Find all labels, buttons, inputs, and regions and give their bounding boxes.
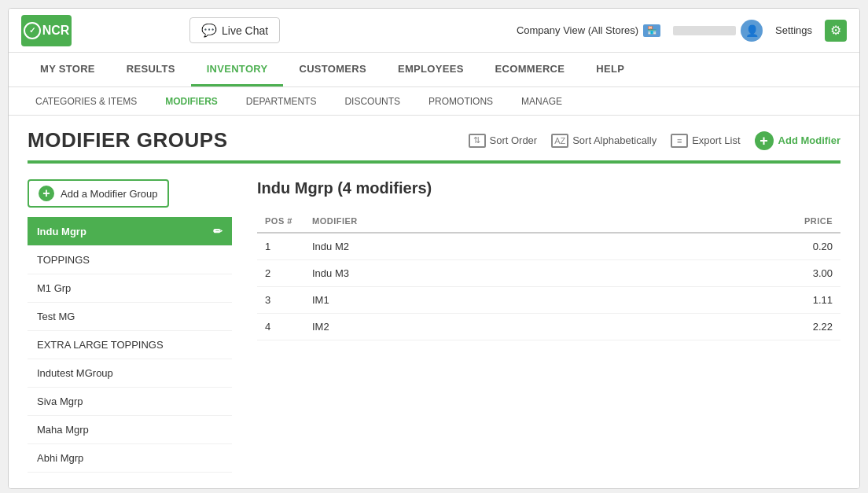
sub-nav: CATEGORIES & ITEMS MODIFIERS DEPARTMENTS… <box>9 87 859 116</box>
content-area: + Add a Modifier Group Indu Mgrp ✏ TOPPI… <box>9 164 859 488</box>
company-view[interactable]: Company View (All Stores) 🏪 <box>517 24 660 37</box>
sidebar-item-label: Indu Mgrp <box>37 226 86 237</box>
cell-modifier: IM2 <box>304 314 778 340</box>
cell-price: 3.00 <box>778 260 840 287</box>
sidebar-item-indu-mgrp[interactable]: Indu Mgrp ✏ <box>28 217 232 246</box>
subnav-modifiers[interactable]: MODIFIERS <box>154 90 229 113</box>
table-row[interactable]: 1 Indu M2 0.20 <box>257 233 840 260</box>
company-view-label: Company View (All Stores) <box>517 24 638 36</box>
nav-inventory[interactable]: INVENTORY <box>191 53 284 86</box>
export-list-button[interactable]: ≡ Export List <box>671 134 740 148</box>
add-modifier-group-button[interactable]: + Add a Modifier Group <box>28 179 169 208</box>
cell-pos: 3 <box>257 287 304 314</box>
ncr-logo: ✓ NCR <box>21 15 72 46</box>
sidebar: + Add a Modifier Group Indu Mgrp ✏ TOPPI… <box>28 179 232 473</box>
subnav-manage[interactable]: MANAGE <box>510 90 573 113</box>
cell-price: 2.22 <box>778 314 840 340</box>
cell-modifier: IM1 <box>304 287 778 314</box>
sidebar-item-label: Indutest MGroup <box>37 367 113 379</box>
modifier-group-list: Indu Mgrp ✏ TOPPINGS M1 Grp Test MG EXTR… <box>28 217 232 473</box>
subnav-departments[interactable]: DEPARTMENTS <box>235 90 328 113</box>
table-row[interactable]: 4 IM2 2.22 <box>257 314 840 340</box>
user-area: 👤 <box>673 20 763 42</box>
nav-my-store[interactable]: MY STORE <box>24 53 111 86</box>
sort-order-label: Sort Order <box>490 134 538 146</box>
live-chat-label: Live Chat <box>222 24 268 37</box>
sort-alpha-icon: AZ <box>551 134 568 148</box>
subnav-categories-items[interactable]: CATEGORIES & ITEMS <box>24 90 148 113</box>
page-title: MODIFIER GROUPS <box>28 128 228 153</box>
table-row[interactable]: 2 Indu M3 3.00 <box>257 260 840 287</box>
sidebar-item-label: Abhi Mgrp <box>37 452 83 464</box>
page-header: MODIFIER GROUPS ⇅ Sort Order AZ Sort Alp… <box>9 116 859 160</box>
logo-circle: ✓ <box>24 22 41 39</box>
page-actions: ⇅ Sort Order AZ Sort Alphabetically ≡ Ex… <box>469 131 841 150</box>
modifier-group-title: Indu Mgrp (4 modifiers) <box>257 179 840 197</box>
nav-results[interactable]: RESULTS <box>111 53 191 86</box>
add-modifier-label: Add Modifier <box>778 134 840 146</box>
sidebar-item-abhi-mgrp[interactable]: Abhi Mgrp <box>28 444 232 473</box>
sidebar-item-maha-mgrp[interactable]: Maha Mgrp <box>28 416 232 444</box>
sidebar-item-label: Siva Mgrp <box>37 396 83 407</box>
nav-ecommerce[interactable]: ECOMMERCE <box>480 53 581 86</box>
modifier-table: POS # MODIFIER PRICE 1 Indu M2 0.20 2 In… <box>257 210 840 340</box>
sidebar-item-indutest-mgroup[interactable]: Indutest MGroup <box>28 359 232 388</box>
add-modifier-icon: + <box>755 131 774 150</box>
cell-price: 0.20 <box>778 233 840 260</box>
top-bar: ✓ NCR 💬 Live Chat Company View (All Stor… <box>9 9 859 53</box>
col-header-modifier: MODIFIER <box>304 210 778 233</box>
cell-pos: 1 <box>257 233 304 260</box>
user-avatar: 👤 <box>741 20 763 42</box>
top-right-area: Company View (All Stores) 🏪 👤 Settings ⚙ <box>517 20 847 42</box>
logo-text: NCR <box>42 24 70 38</box>
sidebar-item-m1grp[interactable]: M1 Grp <box>28 274 232 303</box>
cell-price: 1.11 <box>778 287 840 314</box>
add-group-label: Add a Modifier Group <box>61 188 158 200</box>
add-group-icon: + <box>39 186 54 201</box>
sidebar-item-label: EXTRA LARGE TOPPINGS <box>37 339 164 351</box>
main-content: Indu Mgrp (4 modifiers) POS # MODIFIER P… <box>232 179 840 473</box>
sort-alpha-label: Sort Alphabetically <box>572 134 657 146</box>
sidebar-item-siva-mgrp[interactable]: Siva Mgrp <box>28 388 232 416</box>
chat-icon: 💬 <box>201 23 217 38</box>
sidebar-item-toppings[interactable]: TOPPINGS <box>28 246 232 274</box>
table-row[interactable]: 3 IM1 1.11 <box>257 287 840 314</box>
cell-pos: 2 <box>257 260 304 287</box>
nav-help[interactable]: HELP <box>580 53 640 86</box>
subnav-discounts[interactable]: DISCOUNTS <box>333 90 411 113</box>
edit-icon[interactable]: ✏ <box>213 225 223 237</box>
add-modifier-button[interactable]: + Add Modifier <box>755 131 840 150</box>
sidebar-item-label: Maha Mgrp <box>37 424 89 436</box>
nav-customers[interactable]: CUSTOMERS <box>283 53 382 86</box>
cell-pos: 4 <box>257 314 304 340</box>
live-chat-button[interactable]: 💬 Live Chat <box>189 17 280 43</box>
sort-order-icon: ⇅ <box>469 134 486 148</box>
main-nav: MY STORE RESULTS INVENTORY CUSTOMERS EMP… <box>9 53 859 87</box>
export-icon: ≡ <box>671 134 688 148</box>
sort-alpha-button[interactable]: AZ Sort Alphabetically <box>551 134 657 148</box>
gear-icon[interactable]: ⚙ <box>825 20 847 42</box>
store-icon: 🏪 <box>643 24 660 37</box>
sidebar-item-test-mg[interactable]: Test MG <box>28 303 232 331</box>
nav-employees[interactable]: EMPLOYEES <box>382 53 480 86</box>
col-header-pos: POS # <box>257 210 304 233</box>
app-frame: ✓ NCR 💬 Live Chat Company View (All Stor… <box>8 8 860 489</box>
sidebar-item-label: M1 Grp <box>37 282 71 294</box>
user-name-blur <box>673 26 736 35</box>
cell-modifier: Indu M3 <box>304 260 778 287</box>
sidebar-item-extra-large-toppings[interactable]: EXTRA LARGE TOPPINGS <box>28 331 232 359</box>
sort-order-button[interactable]: ⇅ Sort Order <box>469 134 538 148</box>
subnav-promotions[interactable]: PROMOTIONS <box>417 90 504 113</box>
cell-modifier: Indu M2 <box>304 233 778 260</box>
sidebar-item-label: Test MG <box>37 311 75 322</box>
sidebar-item-label: TOPPINGS <box>37 254 90 266</box>
export-label: Export List <box>692 134 740 146</box>
settings-label[interactable]: Settings <box>775 24 812 36</box>
col-header-price: PRICE <box>778 210 840 233</box>
